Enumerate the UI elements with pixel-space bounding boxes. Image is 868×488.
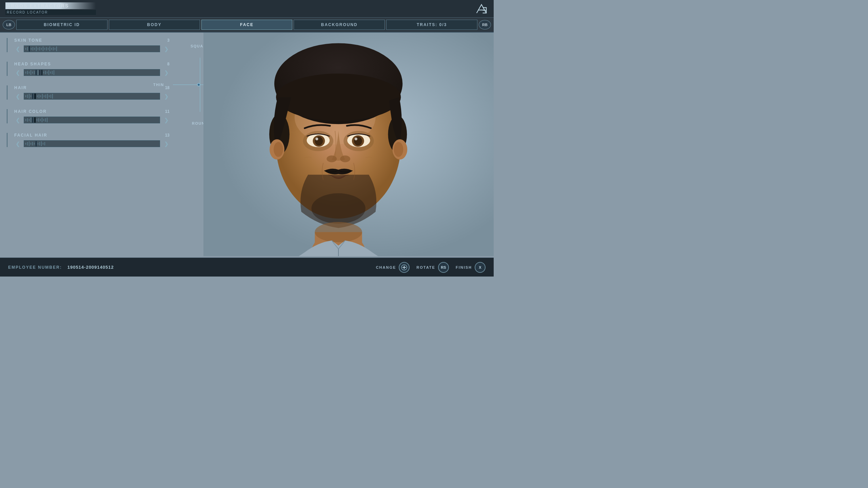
hair-color-label: HAIR COLOR — [14, 109, 47, 114]
head-shapes-row: ❮ ❯ — [14, 69, 170, 76]
hair-color-row: ❮ ❯ — [14, 117, 170, 123]
hair-section: HAIR 18 ❮ ❯ — [7, 85, 170, 100]
change-label: CHANGE — [376, 265, 396, 269]
facial-hair-value: 13 — [165, 133, 170, 138]
crosshair-dot — [197, 83, 200, 86]
hair-color-header: HAIR COLOR 11 — [14, 109, 170, 114]
nav-left-btn[interactable]: LB — [3, 20, 15, 29]
face-svg — [203, 33, 494, 256]
svg-point-18 — [355, 138, 357, 140]
skin-tone-track[interactable] — [24, 45, 160, 52]
facial-hair-section: FACIAL HAIR 13 ❮ ❯ — [7, 133, 170, 147]
tab-background[interactable]: BACKGROUND — [294, 20, 385, 30]
hair-label: HAIR — [14, 85, 27, 90]
head-shapes-label: HEAD SHAPES — [14, 62, 51, 66]
hair-left-arrow[interactable]: ❮ — [14, 93, 21, 100]
skin-tone-label: SKIN TONE — [14, 38, 42, 43]
svg-point-6 — [276, 74, 401, 121]
face-shape-left-label: THIN — [153, 83, 164, 87]
facial-hair-left-arrow[interactable]: ❮ — [14, 141, 21, 147]
left-panel: SKIN TONE 3 ❮ ❯ — [7, 33, 170, 256]
character-display — [203, 33, 494, 256]
hair-header: HAIR 18 — [14, 85, 170, 90]
svg-point-27 — [394, 142, 403, 157]
head-shapes-header: HEAD SHAPES 8 — [14, 62, 170, 66]
nav-tabs: LB BIOMETRIC ID BODY FACE BACKGROUND TRA… — [0, 18, 494, 33]
record-locator: RECORD LOCATOR — [5, 10, 96, 15]
svg-point-20 — [340, 156, 350, 162]
hair-track[interactable] — [24, 93, 160, 100]
skin-tone-header: SKIN TONE 3 — [14, 38, 170, 43]
facial-hair-label: FACIAL HAIR — [14, 133, 47, 138]
rotate-button[interactable]: RS — [438, 262, 449, 273]
head-shapes-section: HEAD SHAPES 8 ❮ ❯ — [7, 62, 170, 76]
svg-point-21 — [312, 193, 366, 224]
header-bar: ARGOS EXTRACTORS RECORD LOCATOR — [0, 0, 494, 18]
hair-color-track[interactable] — [24, 117, 160, 123]
tab-biometric-id[interactable]: BIOMETRIC ID — [16, 20, 107, 30]
rotate-btn-label: RS — [441, 265, 446, 269]
tab-face[interactable]: FACE — [201, 20, 293, 30]
ae-logo — [475, 3, 488, 15]
nav-right-btn[interactable]: RB — [479, 20, 491, 29]
rotate-action[interactable]: ROTATE RS — [416, 262, 449, 273]
head-shapes-left-arrow[interactable]: ❮ — [14, 69, 21, 76]
skin-tone-section: SKIN TONE 3 ❮ ❯ — [7, 38, 170, 52]
status-bar: EMPLOYEE NUMBER: 190514-2009140512 CHANG… — [0, 258, 494, 277]
facial-hair-header: FACIAL HAIR 13 — [14, 133, 170, 138]
hair-row: ❮ ❯ — [14, 93, 170, 100]
finish-action[interactable]: FINISH X — [456, 262, 486, 273]
finish-label: FINISH — [456, 265, 472, 269]
rotate-label: ROTATE — [416, 265, 435, 269]
finish-button[interactable]: X — [475, 262, 486, 273]
change-action[interactable]: CHANGE — [376, 262, 410, 273]
svg-point-25 — [274, 142, 283, 157]
employee-label: EMPLOYEE NUMBER: — [8, 265, 62, 270]
svg-point-22 — [315, 222, 362, 242]
company-info: ARGOS EXTRACTORS RECORD LOCATOR — [5, 2, 96, 15]
finish-btn-label: X — [479, 265, 481, 269]
svg-point-19 — [327, 156, 337, 162]
facial-hair-right-arrow[interactable]: ❯ — [163, 141, 170, 147]
skin-tone-row: ❮ ❯ — [14, 45, 170, 52]
employee-number: 190514-2009140512 — [67, 265, 114, 270]
tab-body[interactable]: BODY — [109, 20, 200, 30]
bottom-actions: CHANGE ROTATE RS FINISH X — [376, 262, 486, 273]
hair-color-section: HAIR COLOR 11 ❮ ❯ — [7, 109, 170, 123]
tab-traits[interactable]: TRAITS: 0/3 — [386, 20, 477, 30]
hair-color-left-arrow[interactable]: ❮ — [14, 117, 21, 123]
svg-point-14 — [315, 138, 318, 140]
head-shapes-track[interactable] — [24, 69, 160, 76]
company-name: ARGOS EXTRACTORS — [5, 2, 96, 9]
character-face — [203, 33, 494, 256]
skin-tone-left-arrow[interactable]: ❮ — [14, 46, 21, 52]
facial-hair-track[interactable] — [24, 140, 160, 147]
facial-hair-row: ❮ ❯ — [14, 140, 170, 147]
change-button[interactable] — [399, 262, 410, 273]
